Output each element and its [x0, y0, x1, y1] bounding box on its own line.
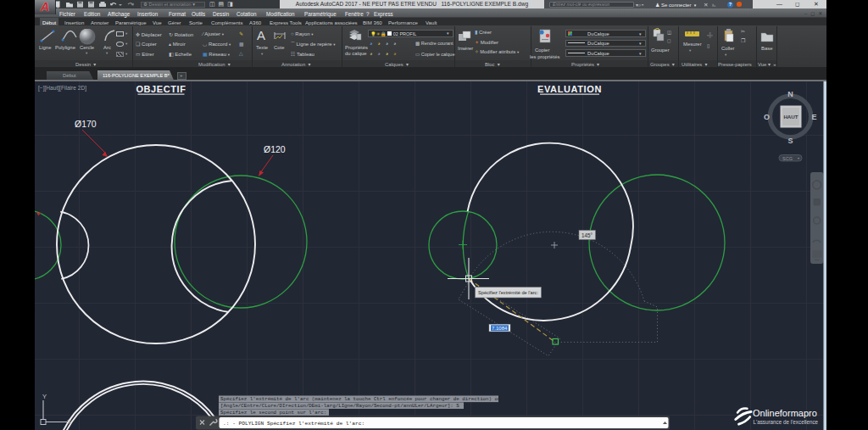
svg-text:Ø170: Ø170 [75, 119, 97, 129]
svg-text:O: O [764, 113, 770, 121]
svg-text:Ø120: Ø120 [264, 144, 286, 154]
svg-text:Onlineformapro: Onlineformapro [753, 408, 817, 418]
svg-text:7.1084: 7.1084 [492, 326, 508, 331]
svg-text:Spécifiez l'extrémité de l'arc: Spécifiez l'extrémité de l'arc: [478, 289, 538, 295]
svg-text:SCG: SCG [782, 156, 793, 161]
svg-text:S: S [787, 137, 793, 145]
svg-text:L'assurance de l'excellence: L'assurance de l'excellence [754, 419, 819, 425]
svg-text:HAUT: HAUT [783, 114, 798, 120]
svg-text:145°: 145° [581, 232, 593, 238]
svg-text:Spécifiez le second point sur: Spécifiez le second point sur l'arc: [220, 410, 326, 416]
svg-text:Spécifiez l'extrémité de l'arc: Spécifiez l'extrémité de l'arc (maintene… [220, 396, 500, 402]
svg-text:.: - POLYLIGN Spécifiez l'extr: .: - POLYLIGN Spécifiez l'extrémité de l… [223, 421, 364, 427]
svg-text:N: N [787, 90, 793, 98]
svg-text:[−][Haut][Filaire 2D]: [−][Haut][Filaire 2D] [38, 85, 86, 92]
svg-text:Y: Y [42, 393, 47, 400]
svg-text:EVALUATION: EVALUATION [537, 84, 602, 94]
svg-text:OBJECTIF: OBJECTIF [136, 84, 186, 94]
svg-text:[Angle/CEntre/CLore/DIrection/: [Angle/CEntre/CLore/DIrection/DEmi-larg/… [220, 403, 459, 409]
svg-text:X: X [67, 418, 71, 426]
svg-text:E: E [811, 113, 816, 121]
svg-text:▾: ▾ [798, 156, 799, 160]
